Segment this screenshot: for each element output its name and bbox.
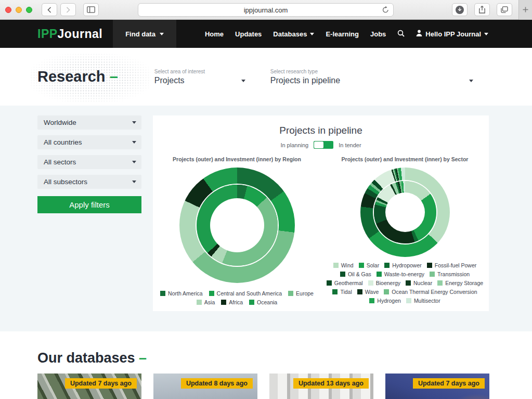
downloads-button[interactable] [452,3,468,16]
account-greeting: Hello IPP Journal [425,30,481,38]
chevron-down-icon [160,33,164,35]
minimize-window-button[interactable] [16,7,22,13]
legend-item: Fossil-fuel Power [427,262,477,268]
updated-badge: Updated 13 days ago [293,378,369,389]
legend-label: Europe [296,290,314,297]
sidebar-toggle-button[interactable] [83,3,99,16]
legend-label: Asia [204,299,215,305]
legend-label: Transmission [437,271,470,277]
legend-swatch-icon [333,263,339,268]
legend-label: Energy Storage [445,280,483,286]
legend-swatch-icon [357,289,362,294]
chevron-down-icon [484,33,488,35]
database-card[interactable]: Updated 13 days ago [269,374,373,399]
area-of-interest-value: Projects [154,76,245,85]
chevron-down-icon [132,181,136,183]
updated-badge: Updated 7 days ago [65,378,137,389]
chevron-down-icon [241,80,245,82]
legend-item: Waste-to-energy [377,271,424,277]
legend-label: Bioenergy [376,280,400,286]
reload-icon[interactable] [382,6,389,15]
account-menu[interactable]: Hello IPP Journal [416,30,488,38]
close-window-button[interactable] [5,7,11,13]
region-select[interactable]: Worldwide [37,115,141,130]
toggle-label-in-tender: In tender [339,142,361,148]
region-donut-chart: Projects (outer) and Investment (inner) … [153,156,321,305]
research-type-label: Select research type [270,69,473,74]
search-button[interactable] [397,30,405,38]
url-text: ippjournal.com [244,6,288,14]
content-band: Worldwide All countries All sectors All … [0,106,532,331]
chevron-right-icon [66,7,70,13]
legend-label: Oil & Gas [348,271,371,277]
chart-card-title: Projects in pipeline [153,125,489,136]
legend-item: Geothermal [327,280,363,286]
databases-title: Our databases – [37,350,532,366]
share-button[interactable] [474,3,490,16]
legend-swatch-icon [384,263,390,268]
nav-item-updates[interactable]: Updates [235,30,262,38]
databases-section: Our databases – Updated 7 days ago Updat… [0,350,532,399]
planning-tender-toggle[interactable] [314,141,333,149]
legend-label: Wave [365,289,379,295]
nav-item-elearning[interactable]: E-learning [326,30,359,38]
legend-swatch-icon [369,298,374,303]
sectors-select[interactable]: All sectors [37,155,141,169]
title-dash: – [110,68,118,85]
legend-swatch-icon [368,280,373,286]
area-of-interest-select[interactable]: Select area of interest Projects [154,69,245,85]
updated-badge: Updated 8 days ago [181,378,253,389]
legend-swatch-icon [221,300,226,305]
legend-label: Fossil-fuel Power [435,262,477,268]
legend-item: Central and South America [209,290,282,297]
nav-item-home[interactable]: Home [205,30,224,38]
research-type-select[interactable]: Select research type Projects in pipelin… [270,69,473,85]
site-logo[interactable]: IPPJournal [37,27,102,41]
donut-hole [210,198,264,252]
legend-swatch-icon [359,263,364,268]
legend-label: North America [168,290,203,297]
database-card[interactable]: Updated 8 days ago [153,374,257,399]
chevron-down-icon [132,121,136,124]
address-bar[interactable]: ippjournal.com [138,3,394,17]
database-card[interactable]: Updated 7 days ago [37,374,141,399]
site-navbar: IPPJournal Find data Home Updates Databa… [0,20,532,48]
region-donut[interactable] [179,168,295,283]
legend-item: Nuclear [406,280,432,286]
legend-swatch-icon [340,272,345,277]
legend-item: Transmission [430,271,470,277]
legend-item: Africa [221,299,243,305]
nav-item-jobs[interactable]: Jobs [370,30,386,38]
legend-swatch-icon [377,272,382,277]
subsectors-select[interactable]: All subsectors [37,175,141,189]
back-button[interactable] [42,3,57,16]
chevron-down-icon [132,141,136,144]
pipeline-chart-card: Projects in pipeline In planning In tend… [153,115,489,311]
legend-item: Oil & Gas [340,271,371,277]
legend-item: Asia [197,299,215,305]
nav-item-databases[interactable]: Databases [273,30,314,38]
title-dash: – [139,350,147,366]
apply-filters-button[interactable]: Apply filters [37,196,141,213]
zoom-window-button[interactable] [26,7,32,13]
database-card[interactable]: Updated 7 days ago [385,374,489,399]
find-data-menu[interactable]: Find data [113,20,176,48]
new-tab-button[interactable] [518,0,532,20]
legend-item: Ocean Thermal Energy Conversion [384,289,477,295]
legend-swatch-icon [327,280,332,286]
region-chart-title: Projects (outer) and Investment (inner) … [173,156,301,162]
user-icon [416,30,422,38]
legend-item: Energy Storage [437,280,483,286]
legend-swatch-icon [249,300,254,305]
logo-journal-text: Journal [58,27,103,41]
chevron-down-icon [469,80,473,82]
filters-panel: Worldwide All countries All sectors All … [37,115,141,331]
legend-label: Wind [341,262,354,268]
tab-overview-button[interactable] [497,3,512,16]
forward-button[interactable] [60,3,76,16]
countries-select[interactable]: All countries [37,135,141,149]
region-legend: North AmericaCentral and South AmericaEu… [153,290,321,305]
legend-item: Oceania [249,299,277,305]
tabs-icon [501,6,508,13]
sector-donut[interactable] [360,168,450,257]
